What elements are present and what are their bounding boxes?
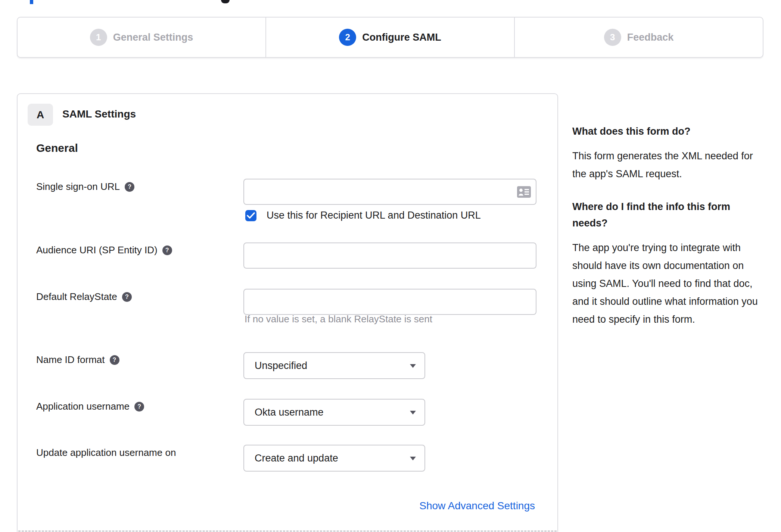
field-label-text: Default RelayState bbox=[36, 291, 117, 303]
general-section-heading: General bbox=[36, 142, 78, 154]
help-icon[interactable]: ? bbox=[134, 402, 144, 411]
step-number-badge: 1 bbox=[90, 29, 107, 46]
show-advanced-settings-link[interactable]: Show Advanced Settings bbox=[419, 500, 535, 512]
step-number-badge: 3 bbox=[604, 29, 621, 46]
contact-card-icon[interactable] bbox=[517, 186, 531, 199]
help-icon[interactable]: ? bbox=[162, 245, 172, 255]
field-label-text: Single sign-on URL bbox=[36, 181, 120, 193]
name-id-format-select[interactable]: Unspecified bbox=[243, 352, 425, 379]
help-icon[interactable]: ? bbox=[122, 292, 132, 302]
chevron-down-icon bbox=[410, 457, 416, 460]
update-username-on-select[interactable]: Create and update bbox=[243, 445, 425, 472]
select-value: Unspecified bbox=[255, 360, 307, 372]
single-sign-on-url-label: Single sign-on URL ? bbox=[36, 181, 134, 193]
cutoff-blue-fragment bbox=[30, 0, 33, 4]
help-sidebar: What does this form do? This form genera… bbox=[572, 123, 763, 344]
default-relaystate-input[interactable] bbox=[243, 289, 536, 315]
field-label-text: Update application username on bbox=[36, 447, 176, 459]
application-username-label: Application username ? bbox=[36, 401, 144, 412]
help-icon[interactable]: ? bbox=[110, 355, 119, 365]
step-label: Configure SAML bbox=[362, 32, 441, 43]
field-label-text: Audience URI (SP Entity ID) bbox=[36, 244, 158, 256]
application-username-select[interactable]: Okta username bbox=[243, 399, 425, 426]
sidebar-body-what: This form generates the XML needed for t… bbox=[572, 147, 763, 183]
step-label: Feedback bbox=[627, 32, 674, 43]
step-configure-saml[interactable]: 2 Configure SAML bbox=[265, 18, 514, 57]
sidebar-heading-what: What does this form do? bbox=[572, 123, 763, 140]
cutoff-dark-icon-fragment bbox=[221, 0, 230, 3]
chevron-down-icon bbox=[410, 411, 416, 414]
audience-uri-input[interactable] bbox=[243, 242, 536, 269]
recipient-url-checkbox[interactable] bbox=[245, 210, 256, 221]
relaystate-hint: If no value is set, a blank RelayState i… bbox=[245, 313, 432, 325]
panel-title: SAML Settings bbox=[62, 108, 136, 120]
select-value: Create and update bbox=[255, 453, 338, 464]
audience-uri-label: Audience URI (SP Entity ID) ? bbox=[36, 244, 172, 256]
select-value: Okta username bbox=[255, 407, 324, 418]
sidebar-body-where: The app you're trying to integrate with … bbox=[572, 239, 763, 328]
recipient-url-checkbox-row: Use this for Recipient URL and Destinati… bbox=[245, 210, 481, 221]
section-dashed-divider bbox=[18, 531, 557, 532]
help-icon[interactable]: ? bbox=[125, 182, 134, 192]
update-username-on-label: Update application username on bbox=[36, 447, 176, 459]
step-feedback[interactable]: 3 Feedback bbox=[514, 18, 763, 57]
section-a-badge: A bbox=[28, 104, 53, 126]
chevron-down-icon bbox=[410, 364, 416, 368]
field-label-text: Application username bbox=[36, 401, 130, 412]
checkbox-label: Use this for Recipient URL and Destinati… bbox=[267, 210, 481, 221]
wizard-stepper: 1 General Settings 2 Configure SAML 3 Fe… bbox=[17, 17, 763, 58]
default-relaystate-label: Default RelayState ? bbox=[36, 291, 132, 303]
single-sign-on-url-input[interactable] bbox=[243, 179, 536, 205]
step-general-settings[interactable]: 1 General Settings bbox=[18, 18, 265, 57]
name-id-format-label: Name ID format ? bbox=[36, 354, 119, 366]
field-label-text: Name ID format bbox=[36, 354, 105, 366]
sidebar-heading-where: Where do I find the info this form needs… bbox=[572, 198, 763, 231]
saml-settings-card: A SAML Settings General Single sign-on U… bbox=[17, 93, 558, 532]
step-label: General Settings bbox=[113, 32, 193, 43]
step-number-badge: 2 bbox=[339, 29, 356, 46]
